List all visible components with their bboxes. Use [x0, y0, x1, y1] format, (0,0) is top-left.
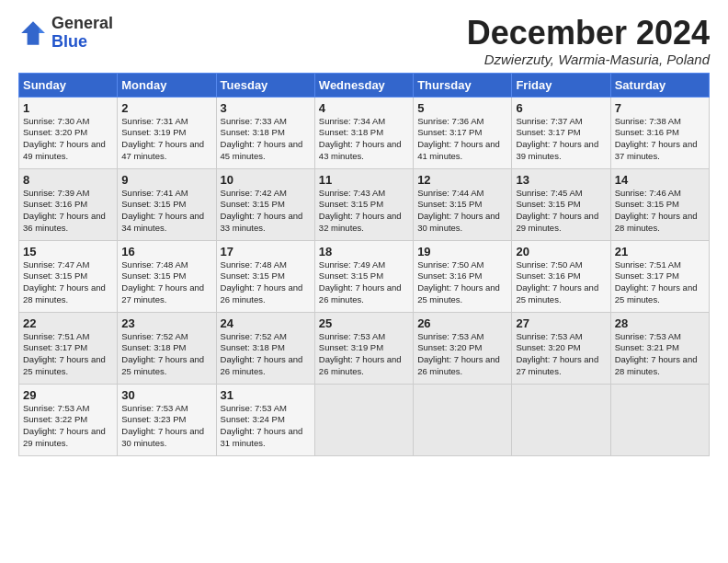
- table-row: 18Sunrise: 7:49 AMSunset: 3:15 PMDayligh…: [314, 240, 413, 312]
- col-friday: Friday: [512, 73, 610, 97]
- table-row: 3Sunrise: 7:33 AMSunset: 3:18 PMDaylight…: [216, 97, 314, 168]
- table-row: 22Sunrise: 7:51 AMSunset: 3:17 PMDayligh…: [19, 312, 118, 384]
- table-row: 25Sunrise: 7:53 AMSunset: 3:19 PMDayligh…: [314, 312, 413, 384]
- table-row: 16Sunrise: 7:48 AMSunset: 3:15 PMDayligh…: [118, 240, 216, 312]
- table-row: 4Sunrise: 7:34 AMSunset: 3:18 PMDaylight…: [314, 97, 413, 168]
- table-row: 20Sunrise: 7:50 AMSunset: 3:16 PMDayligh…: [512, 240, 610, 312]
- table-row: 31Sunrise: 7:53 AMSunset: 3:24 PMDayligh…: [216, 384, 314, 455]
- table-row: 19Sunrise: 7:50 AMSunset: 3:16 PMDayligh…: [414, 240, 512, 312]
- table-row: 15Sunrise: 7:47 AMSunset: 3:15 PMDayligh…: [19, 240, 118, 312]
- location: Dzwierzuty, Warmia-Masuria, Poland: [467, 52, 710, 67]
- table-row: [314, 384, 413, 455]
- table-row: 5Sunrise: 7:36 AMSunset: 3:17 PMDaylight…: [414, 97, 512, 168]
- header: General Blue December 2024 Dzwierzuty, W…: [18, 15, 710, 67]
- table-row: 6Sunrise: 7:37 AMSunset: 3:17 PMDaylight…: [512, 97, 610, 168]
- month-title: December 2024: [467, 15, 710, 52]
- table-row: [610, 384, 709, 455]
- table-row: 13Sunrise: 7:45 AMSunset: 3:15 PMDayligh…: [512, 168, 610, 240]
- logo-text: General Blue: [51, 15, 113, 52]
- table-row: 27Sunrise: 7:53 AMSunset: 3:20 PMDayligh…: [512, 312, 610, 384]
- table-row: 24Sunrise: 7:52 AMSunset: 3:18 PMDayligh…: [216, 312, 314, 384]
- table-row: 28Sunrise: 7:53 AMSunset: 3:21 PMDayligh…: [610, 312, 709, 384]
- col-monday: Monday: [118, 73, 216, 97]
- table-row: 26Sunrise: 7:53 AMSunset: 3:20 PMDayligh…: [414, 312, 512, 384]
- table-row: 21Sunrise: 7:51 AMSunset: 3:17 PMDayligh…: [610, 240, 709, 312]
- table-row: 8Sunrise: 7:39 AMSunset: 3:16 PMDaylight…: [19, 168, 118, 240]
- logo: General Blue: [18, 15, 113, 52]
- col-sunday: Sunday: [19, 73, 118, 97]
- table-row: 29Sunrise: 7:53 AMSunset: 3:22 PMDayligh…: [19, 384, 118, 455]
- calendar-table: Sunday Monday Tuesday Wednesday Thursday…: [18, 73, 710, 456]
- col-wednesday: Wednesday: [314, 73, 413, 97]
- col-tuesday: Tuesday: [216, 73, 314, 97]
- table-row: 2Sunrise: 7:31 AMSunset: 3:19 PMDaylight…: [118, 97, 216, 168]
- table-row: 7Sunrise: 7:38 AMSunset: 3:16 PMDaylight…: [610, 97, 709, 168]
- table-row: 14Sunrise: 7:46 AMSunset: 3:15 PMDayligh…: [610, 168, 709, 240]
- table-row: 17Sunrise: 7:48 AMSunset: 3:15 PMDayligh…: [216, 240, 314, 312]
- page: General Blue December 2024 Dzwierzuty, W…: [0, 0, 728, 465]
- logo-icon: [18, 18, 48, 48]
- logo-blue: Blue: [51, 32, 87, 51]
- header-row: Sunday Monday Tuesday Wednesday Thursday…: [19, 73, 710, 97]
- logo-general: General: [51, 14, 113, 32]
- table-row: 10Sunrise: 7:42 AMSunset: 3:15 PMDayligh…: [216, 168, 314, 240]
- table-row: 12Sunrise: 7:44 AMSunset: 3:15 PMDayligh…: [414, 168, 512, 240]
- table-row: 9Sunrise: 7:41 AMSunset: 3:15 PMDaylight…: [118, 168, 216, 240]
- table-row: 11Sunrise: 7:43 AMSunset: 3:15 PMDayligh…: [314, 168, 413, 240]
- col-thursday: Thursday: [414, 73, 512, 97]
- table-row: [512, 384, 610, 455]
- table-row: 1Sunrise: 7:30 AMSunset: 3:20 PMDaylight…: [19, 97, 118, 168]
- col-saturday: Saturday: [610, 73, 709, 97]
- table-row: 30Sunrise: 7:53 AMSunset: 3:23 PMDayligh…: [118, 384, 216, 455]
- table-row: 23Sunrise: 7:52 AMSunset: 3:18 PMDayligh…: [118, 312, 216, 384]
- title-block: December 2024 Dzwierzuty, Warmia-Masuria…: [467, 15, 710, 67]
- table-row: [414, 384, 512, 455]
